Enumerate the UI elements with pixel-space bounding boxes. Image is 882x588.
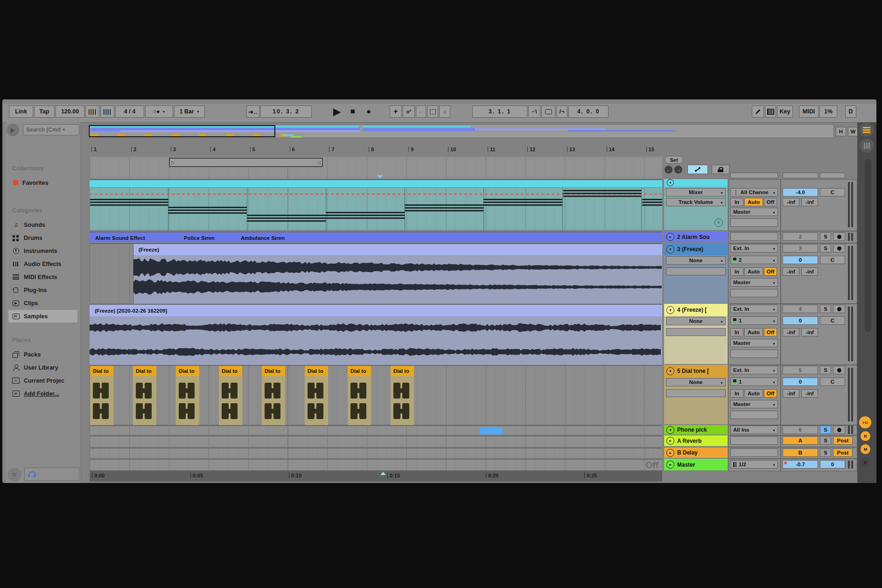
output-dropdown[interactable]: Master: [730, 339, 778, 347]
monitor-in-button[interactable]: In: [730, 389, 743, 398]
solo-button[interactable]: S: [820, 448, 831, 457]
monitor-in-button[interactable]: In: [730, 198, 743, 206]
input-type-dropdown[interactable]: Ext. In: [730, 305, 778, 313]
automation-device-dropdown[interactable]: Mixer: [666, 188, 726, 196]
output-sub-field[interactable]: [730, 289, 778, 297]
master-volume-field[interactable]: -0.7: [783, 460, 818, 469]
pre-post-toggle[interactable]: Post: [833, 436, 853, 445]
input-channel-dropdown[interactable]: 1: [730, 378, 778, 386]
solo-button[interactable]: S: [820, 244, 831, 252]
automation-device-dropdown[interactable]: None: [666, 378, 726, 386]
device-field[interactable]: [730, 436, 778, 445]
track-number-arm[interactable]: 5: [783, 366, 818, 374]
return-b-header[interactable]: ▸B Delay: [664, 448, 728, 458]
volume-field[interactable]: -4.0: [783, 188, 818, 196]
track-number-arm[interactable]: 4: [783, 305, 818, 313]
unfold-icon[interactable]: ▾: [666, 426, 674, 434]
track-number-arm[interactable]: 3: [783, 244, 818, 252]
output-sub-field[interactable]: [730, 218, 778, 227]
unfold-icon[interactable]: ▾: [666, 245, 674, 253]
clipped-field: [730, 173, 778, 178]
solo-button[interactable]: S: [820, 232, 831, 241]
send-b-field[interactable]: -inf: [801, 328, 818, 336]
track2-header[interactable]: ▸2 Alarm Sou: [664, 231, 728, 242]
fold-icon[interactable]: ▸: [666, 449, 674, 457]
monitor-auto-button[interactable]: Auto: [744, 328, 763, 336]
midi-from-dropdown[interactable]: ⋮All Channe: [730, 188, 778, 196]
arm-button[interactable]: [833, 426, 845, 434]
send-b-field[interactable]: -inf: [801, 389, 818, 398]
arm-button[interactable]: [833, 305, 845, 313]
track4-header[interactable]: ▾4 (Freeze) [: [664, 304, 728, 316]
track3-header[interactable]: ▾3 (Freeze): [664, 243, 728, 255]
volume-field[interactable]: 0: [783, 256, 818, 264]
automation-param-dropdown[interactable]: Track Volume: [666, 198, 726, 206]
automation-sub-field[interactable]: [666, 389, 726, 397]
device-field[interactable]: [730, 232, 778, 241]
output-dropdown[interactable]: Master: [730, 278, 778, 287]
monitor-auto-button[interactable]: Auto: [744, 389, 763, 398]
arm-button[interactable]: [833, 244, 845, 252]
track-number-arm[interactable]: 6: [783, 426, 818, 434]
track5-header[interactable]: ▾5 Dial tone [: [664, 365, 728, 377]
pan-field[interactable]: C: [820, 378, 845, 386]
solo-button[interactable]: S: [820, 305, 831, 313]
output-dropdown[interactable]: Master: [730, 400, 778, 408]
monitor-auto-button[interactable]: Auto: [744, 267, 763, 276]
automation-sub-field[interactable]: [666, 328, 726, 336]
output-sub-field[interactable]: [730, 350, 778, 358]
unfold-icon[interactable]: ▾: [666, 306, 674, 314]
track6-header[interactable]: ▾Phone pick: [664, 425, 728, 434]
automation-device-dropdown[interactable]: None: [666, 256, 726, 265]
track-name-label: A Reverb: [677, 438, 701, 444]
input-type-dropdown[interactable]: Ext. In: [730, 244, 778, 252]
solo-button[interactable]: S: [820, 426, 831, 434]
pre-post-toggle[interactable]: Post: [833, 448, 853, 457]
add-automation-lane-button[interactable]: +: [714, 218, 723, 227]
volume-field[interactable]: 0: [783, 316, 818, 325]
send-b-field[interactable]: -inf: [801, 267, 818, 276]
automation-sub-field[interactable]: [666, 267, 726, 275]
pan-field[interactable]: C: [820, 256, 845, 264]
pan-field[interactable]: C: [820, 316, 845, 325]
master-header[interactable]: ▸Master: [664, 459, 728, 470]
pan-field[interactable]: C: [820, 188, 845, 196]
master-output-dropdown[interactable]: 1/2: [730, 460, 778, 469]
fold-icon[interactable]: ▸: [666, 437, 674, 445]
automation-device-dropdown[interactable]: None: [666, 317, 726, 325]
monitor-in-button[interactable]: In: [730, 328, 743, 336]
send-b-field[interactable]: -inf: [801, 198, 818, 206]
fold-icon[interactable]: ▸: [666, 233, 674, 241]
monitor-auto-button[interactable]: Auto: [744, 198, 763, 206]
input-channel-dropdown[interactable]: 2: [730, 256, 778, 264]
device-field[interactable]: [730, 448, 778, 457]
send-a-field[interactable]: -inf: [783, 389, 799, 398]
unfold-icon[interactable]: ▾: [666, 367, 674, 375]
arm-button[interactable]: [833, 232, 845, 241]
send-a-field[interactable]: -inf: [783, 328, 799, 336]
send-a-field[interactable]: -inf: [783, 267, 799, 276]
input-type-dropdown[interactable]: Ext. In: [730, 366, 778, 374]
monitor-off-button[interactable]: Off: [764, 389, 777, 398]
monitor-off-button[interactable]: Off: [764, 198, 777, 206]
output-dropdown[interactable]: Master: [730, 208, 778, 216]
channel-meter-icon: [733, 318, 736, 323]
track-name-label: B Delay: [677, 449, 698, 456]
unfold-icon[interactable]: ▾: [667, 179, 674, 186]
fold-icon[interactable]: ▸: [666, 461, 674, 469]
level-meter: [848, 233, 853, 241]
output-sub-field[interactable]: [730, 411, 778, 419]
solo-button[interactable]: S: [820, 366, 831, 374]
track-number-arm[interactable]: 2: [783, 232, 818, 241]
volume-field[interactable]: 0: [783, 378, 818, 386]
input-type-dropdown[interactable]: All Ins: [730, 426, 778, 434]
send-a-field[interactable]: -inf: [783, 198, 799, 206]
monitor-in-button[interactable]: In: [730, 267, 743, 276]
solo-button[interactable]: S: [820, 436, 831, 445]
return-a-header[interactable]: ▸A Reverb: [664, 435, 728, 446]
input-channel-dropdown[interactable]: 1: [730, 316, 778, 325]
monitor-off-button[interactable]: Off: [764, 267, 777, 276]
arm-button[interactable]: [833, 366, 845, 374]
master-pan-field[interactable]: 0: [820, 460, 845, 469]
monitor-off-button[interactable]: Off: [764, 328, 777, 336]
